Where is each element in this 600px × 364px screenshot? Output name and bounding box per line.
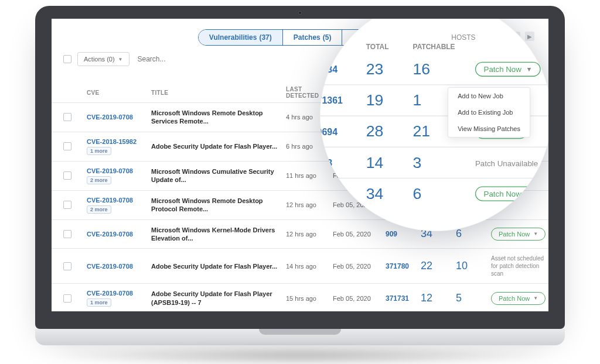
laptop-shadow xyxy=(47,345,553,364)
app-screen: Vulnerabilities (37) Patches (5) Assets … xyxy=(52,19,548,311)
status-text: Asset not scheduled for patch detection … xyxy=(491,255,548,277)
qid-link[interactable]: 371780 xyxy=(386,262,421,270)
last-detected: 11 hrs ago xyxy=(286,172,333,179)
row-checkbox[interactable] xyxy=(63,230,71,238)
laptop-frame: Vulnerabilities (37) Patches (5) Assets … xyxy=(35,6,565,364)
col-title: TITLE xyxy=(151,90,286,96)
patch-unavailable-text: Patch Unavailable ? xyxy=(475,158,548,168)
cve-link[interactable]: CVE-2019-0708 xyxy=(87,263,151,270)
row-checkbox[interactable] xyxy=(63,113,71,121)
menu-add-existing-job[interactable]: Add to Existing Job xyxy=(448,104,530,121)
patch-now-button[interactable]: Patch Now ▼ xyxy=(491,228,546,241)
camera-icon xyxy=(298,11,302,15)
hosts-patchable: 6 xyxy=(413,185,475,203)
hosts-patchable: 5 xyxy=(456,292,491,304)
qid-link[interactable]: 90694 xyxy=(320,126,366,137)
hosts-total: 14 xyxy=(366,154,413,172)
hosts-total: 28 xyxy=(366,122,413,140)
tab-vuln-label: Vulnerabilities xyxy=(209,33,257,42)
row-checkbox[interactable] xyxy=(63,142,71,150)
actions-button[interactable]: Actions (0) ▼ xyxy=(77,52,129,66)
actions-label: Actions (0) xyxy=(84,56,115,63)
row-checkbox[interactable] xyxy=(63,201,71,209)
tab-vulnerabilities[interactable]: Vulnerabilities (37) xyxy=(199,30,283,45)
more-cve-pill[interactable]: 2 more xyxy=(87,176,111,184)
hosts-total: 23 xyxy=(366,60,413,78)
menu-view-missing-patches[interactable]: View Missing Patches xyxy=(448,121,530,137)
qid-link[interactable]: 371361 xyxy=(320,95,366,106)
qid-link[interactable]: 371731 xyxy=(386,294,421,303)
hosts-patchable: 6 xyxy=(456,228,491,240)
release-date: Feb 05, 2020 xyxy=(333,295,386,302)
row-checkbox[interactable] xyxy=(63,171,71,180)
laptop-notch xyxy=(259,329,341,335)
vuln-title: Adobe Security Update for Flash Player (… xyxy=(151,290,286,307)
last-detected: 15 hrs ago xyxy=(286,295,333,302)
tab-patches-count: (5) xyxy=(323,33,332,42)
qid-link[interactable]: 909 xyxy=(386,230,421,238)
hosts-total: 12 xyxy=(421,292,456,304)
screen-bezel: Vulnerabilities (37) Patches (5) Assets … xyxy=(35,6,565,329)
last-detected: 12 hrs ago xyxy=(286,231,333,238)
cve-link[interactable]: CVE-2019-0708 xyxy=(87,114,151,121)
hosts-patchable: 16 xyxy=(413,60,475,78)
tab-vuln-count: (37) xyxy=(259,33,271,42)
tab-patches[interactable]: Patches (5) xyxy=(283,30,343,45)
lens-row: 0783 14 3 Patch Unavailable ? xyxy=(320,147,548,178)
release-date: Feb 05, 2020 xyxy=(333,263,386,270)
chevron-down-icon: ▼ xyxy=(526,66,533,73)
more-cve-pill[interactable]: 2 more xyxy=(87,205,111,214)
col-cve: CVE xyxy=(87,90,151,96)
patch-now-button[interactable]: Patch Now ▼ xyxy=(491,292,546,305)
hosts-total: 34 xyxy=(366,185,413,203)
hosts-patchable: 3 xyxy=(413,154,475,172)
pager-next-icon[interactable]: ▶ xyxy=(525,32,534,41)
lens-col-total: TOTAL xyxy=(366,43,413,51)
cve-link[interactable]: CVE-2019-0708 xyxy=(87,290,151,297)
patch-now-menu: Add to New Job Add to Existing Job View … xyxy=(448,87,530,138)
hosts-total: 19 xyxy=(366,91,413,109)
cve-link[interactable]: CVE-2019-0708 xyxy=(87,231,151,238)
lens-row: 91534 23 16 Patch Now ▼ xyxy=(320,54,548,84)
vuln-title: Microsoft Windows Remote Desktop Service… xyxy=(151,109,286,126)
table-row: CVE-2019-0708 1 more Adobe Security Upda… xyxy=(52,283,548,311)
hosts-total: 22 xyxy=(421,260,456,272)
last-detected: 14 hrs ago xyxy=(286,263,333,270)
vuln-title: Adobe Security Update for Flash Player..… xyxy=(151,262,286,270)
chevron-down-icon: ▼ xyxy=(118,57,123,62)
row-checkbox[interactable] xyxy=(63,294,71,303)
vuln-title: Microsoft Windows Remote Desktop Protoco… xyxy=(151,197,286,214)
release-date: Feb 05, 2020 xyxy=(333,231,386,238)
table-row: CVE-2019-0708 Adobe Security Update for … xyxy=(52,248,548,283)
more-cve-pill[interactable]: 1 more xyxy=(87,147,111,155)
lens-header: QID TOTAL PATCHABLE xyxy=(320,43,548,54)
vuln-title: Microsoft Windows Kernel-Mode Drivers El… xyxy=(151,226,286,243)
cve-link[interactable]: CVE-2019-0708 xyxy=(87,197,151,204)
vuln-title: Adobe Security Update for Flash Player..… xyxy=(151,142,286,150)
laptop-base xyxy=(35,329,565,345)
select-all-checkbox[interactable] xyxy=(63,55,71,63)
chevron-down-icon: ▼ xyxy=(533,296,538,301)
vuln-title: Microsoft Windows Cumulative Security Up… xyxy=(151,167,286,184)
patch-now-button[interactable]: Patch Now ▼ xyxy=(475,62,541,77)
hosts-patchable: 10 xyxy=(456,260,491,272)
chevron-down-icon: ▼ xyxy=(533,231,538,236)
lens-col-patchable: PATCHABLE xyxy=(413,43,475,51)
row-checkbox[interactable] xyxy=(63,262,71,270)
cve-link[interactable]: CVE-2018-15982 xyxy=(87,138,151,145)
last-detected: 12 hrs ago xyxy=(286,201,333,208)
cve-link[interactable]: CVE-2019-0708 xyxy=(87,167,151,174)
menu-add-new-job[interactable]: Add to New Job xyxy=(448,88,530,104)
more-cve-pill[interactable]: 1 more xyxy=(87,298,111,307)
tab-patches-label: Patches xyxy=(294,33,321,42)
